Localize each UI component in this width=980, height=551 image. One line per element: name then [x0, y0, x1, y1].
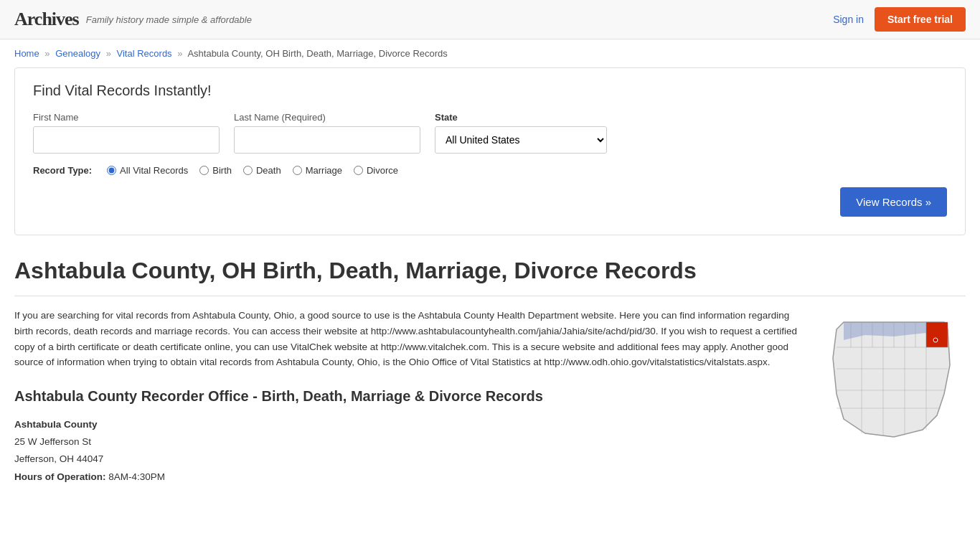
- radio-divorce-input[interactable]: [354, 166, 363, 175]
- radio-birth-label: Birth: [212, 165, 232, 176]
- breadcrumb-vital-records[interactable]: Vital Records: [117, 48, 172, 59]
- first-name-field-group: First Name: [33, 112, 220, 154]
- radio-marriage-input[interactable]: [293, 166, 302, 175]
- breadcrumb-genealogy[interactable]: Genealogy: [55, 48, 100, 59]
- last-name-input[interactable]: [234, 126, 420, 154]
- radio-marriage-label: Marriage: [306, 165, 342, 176]
- radio-all-vital-input[interactable]: [107, 166, 116, 175]
- radio-birth[interactable]: Birth: [199, 165, 232, 176]
- search-actions: View Records »: [33, 187, 947, 217]
- breadcrumb-sep-1: »: [44, 48, 50, 59]
- search-title: Find Vital Records Instantly!: [33, 83, 947, 99]
- logo-text: Archives: [14, 9, 79, 29]
- radio-divorce[interactable]: Divorce: [354, 165, 398, 176]
- state-field-group: State All United States Alabama Alaska O…: [435, 112, 607, 154]
- record-type-label: Record Type:: [33, 165, 92, 176]
- state-select[interactable]: All United States Alabama Alaska Ohio: [435, 126, 607, 154]
- address-line2: Jefferson, OH 44047: [14, 453, 103, 464]
- breadcrumb: Home » Genealogy » Vital Records » Ashta…: [0, 39, 980, 67]
- address-line1: 25 W Jefferson St: [14, 436, 91, 447]
- ashtabula-dot: [933, 338, 938, 342]
- last-name-field-group: Last Name (Required): [234, 112, 420, 154]
- breadcrumb-home[interactable]: Home: [14, 48, 39, 59]
- header-logo-area: Archives Family history made simple & af…: [14, 9, 252, 30]
- county-name: Ashtabula County: [14, 419, 98, 430]
- radio-birth-input[interactable]: [199, 166, 209, 175]
- sign-in-link[interactable]: Sign in: [833, 14, 864, 25]
- main-content: Ashtabula County, OH Birth, Death, Marri…: [0, 250, 980, 507]
- site-logo: Archives: [14, 9, 79, 30]
- view-records-button[interactable]: View Records »: [840, 187, 947, 217]
- radio-divorce-label: Divorce: [367, 165, 398, 176]
- record-type-row: Record Type: All Vital Records Birth Dea…: [33, 165, 947, 176]
- hours-label: Hours of Operation:: [14, 471, 106, 482]
- logo-tagline: Family history made simple & affordable: [86, 14, 252, 25]
- start-trial-button[interactable]: Start free trial: [875, 7, 966, 32]
- ohio-map-container: [822, 308, 966, 451]
- ohio-map-svg: [822, 308, 966, 451]
- content-description: If you are searching for vital records f…: [14, 308, 808, 486]
- breadcrumb-current: Ashtabula County, OH Birth, Death, Marri…: [187, 48, 447, 59]
- last-name-label: Last Name (Required): [234, 112, 420, 123]
- state-label: State: [435, 112, 607, 123]
- section-title-recorder: Ashtabula County Recorder Office - Birth…: [14, 385, 808, 408]
- header-actions: Sign in Start free trial: [833, 7, 966, 32]
- content-body: If you are searching for vital records f…: [14, 308, 966, 486]
- radio-death-label: Death: [256, 165, 281, 176]
- radio-death-input[interactable]: [243, 166, 253, 175]
- radio-all-vital-label: All Vital Records: [120, 165, 188, 176]
- ashtabula-county: [926, 322, 948, 347]
- radio-all-vital[interactable]: All Vital Records: [107, 165, 188, 176]
- radio-death[interactable]: Death: [243, 165, 281, 176]
- breadcrumb-sep-2: »: [106, 48, 111, 59]
- site-header: Archives Family history made simple & af…: [0, 0, 980, 39]
- search-box: Find Vital Records Instantly! First Name…: [14, 67, 966, 235]
- content-divider: [14, 296, 966, 296]
- address-block: Ashtabula County 25 W Jefferson St Jeffe…: [14, 416, 808, 486]
- description-paragraph-1: If you are searching for vital records f…: [14, 308, 808, 369]
- ohio-counties-group: [833, 322, 950, 437]
- first-name-input[interactable]: [33, 126, 220, 154]
- hours-value: 8AM-4:30PM: [108, 471, 165, 482]
- ohio-map: [822, 308, 966, 451]
- breadcrumb-sep-3: »: [177, 48, 182, 59]
- first-name-label: First Name: [33, 112, 220, 123]
- search-fields-row: First Name Last Name (Required) State Al…: [33, 112, 947, 154]
- page-title: Ashtabula County, OH Birth, Death, Marri…: [14, 257, 966, 284]
- radio-marriage[interactable]: Marriage: [293, 165, 342, 176]
